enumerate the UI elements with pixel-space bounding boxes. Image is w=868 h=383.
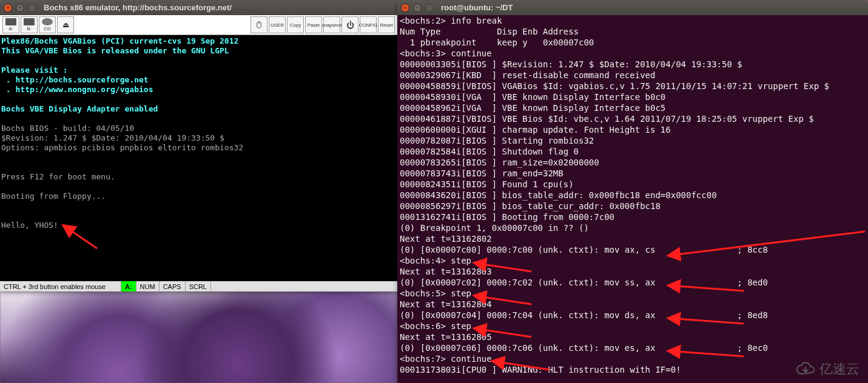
terminal-line: 00000461887i[VBIOS] VBE Bios $Id: vbe.c,… [400, 113, 866, 124]
paste-button[interactable]: Paste [305, 16, 322, 33]
close-icon[interactable]: × [4, 4, 12, 12]
vga-line [1, 114, 396, 124]
watermark-text: 亿速云 [819, 360, 860, 378]
status-drive-a: A: [121, 281, 136, 291]
vga-line: $Revision: 1.247 $ $Date: 2010/04/04 19:… [1, 133, 396, 143]
terminal-line: 00000824351i[BIOS ] Found 1 cpu(s) [400, 179, 866, 190]
drive-a-button[interactable]: A: [2, 16, 19, 33]
terminal-line: 00000783743i[BIOS ] ram_end=32MB [400, 168, 866, 179]
terminal-line: 00000458859i[VBIOS] VGABios $Id: vgabios… [400, 81, 866, 92]
terminal-line: 00000329067i[KBD ] reset-disable command… [400, 70, 866, 81]
drive-buttons: A: B: CD ⏏ [2, 16, 74, 33]
terminal-line: Num Type Disp Enb Address [400, 26, 866, 37]
terminal-line: 00000783265i[BIOS ] ram_size=0x02000000 [400, 157, 866, 168]
terminal-titlebar[interactable]: × − ▢ root@ubuntu: ~/DT [397, 0, 868, 15]
vga-line: Bochs BIOS - build: 04/05/10 [1, 124, 396, 133]
terminal-line: <bochs:4> step [400, 255, 866, 266]
vga-line: This VGA/VBE Bios is released under the … [1, 46, 396, 56]
maximize-icon[interactable]: ▢ [28, 4, 36, 12]
terminal-line: 00000782584i[BIOS ] Shutdown flag 0 [400, 146, 866, 157]
terminal-line: 00000600000i[XGUI ] charmap update. Font… [400, 124, 866, 135]
power-button[interactable]: ⏻ [341, 16, 358, 33]
watermark: 亿速云 [795, 360, 860, 378]
bochs-vga-screen: Plex86/Bochs VGABios (PCI) current-cvs 1… [0, 35, 397, 281]
vga-line [1, 211, 396, 221]
vga-line: Plex86/Bochs VGABios (PCI) current-cvs 1… [1, 36, 396, 46]
terminal-line: <bochs:3> continue [400, 48, 866, 59]
minimize-icon[interactable]: − [16, 4, 24, 12]
background-image [0, 291, 397, 383]
vga-line: . http://www.nongnu.org/vgabios [1, 85, 396, 95]
terminal-line: 00000458962i[VGA ] VBE known Display Int… [400, 102, 866, 113]
vga-line [1, 95, 396, 104]
bochs-status-bar: CTRL + 3rd button enables mouse A: NUM C… [0, 281, 397, 291]
terminal-line: 00000003305i[BIOS ] $Revision: 1.247 $ $… [400, 59, 866, 70]
terminal-line: Next at t=13162804 [400, 299, 866, 310]
vga-line: Bochs VBE Display Adapter enabled [1, 104, 396, 114]
vga-line: . http://bochs.sourceforge.net [1, 75, 396, 85]
status-caps: CAPS [160, 281, 186, 291]
drive-cd-button[interactable]: CD [39, 16, 56, 33]
terminal-line: (0) [0x00007c06] 0000:7c06 (unk. ctxt): … [400, 342, 866, 353]
drive-eject-button[interactable]: ⏏ [57, 16, 74, 33]
copy-button[interactable]: Copy [287, 16, 304, 33]
terminal-window: × − ▢ root@ubuntu: ~/DT <bochs:2> info b… [397, 0, 868, 383]
vga-line [1, 182, 396, 192]
vga-line [1, 153, 396, 162]
bochs-toolbar: A: B: CD ⏏ USER Copy Paste snapshot ⏻ CO… [0, 15, 397, 35]
terminal-line: Next at t=13162803 [400, 266, 866, 277]
status-num: NUM [136, 281, 160, 291]
terminal-line: <bochs:6> step [400, 321, 866, 331]
terminal-line: Next at t=13162802 [400, 233, 866, 244]
user-button[interactable]: USER [269, 16, 286, 33]
terminal-window-title: root@ubuntu: ~/DT [441, 3, 864, 12]
vga-line [1, 201, 396, 211]
terminal-line: 00000843620i[BIOS ] bios_table_addr: 0x0… [400, 190, 866, 201]
terminal-line: 00013162741i[BIOS ] Booting from 0000:7c… [400, 211, 866, 222]
terminal-line: <bochs:2> info break [400, 15, 866, 26]
maximize-icon[interactable]: ▢ [425, 4, 434, 12]
terminal-line: Next at t=13162805 [400, 331, 866, 342]
terminal-line: 00000458930i[VGA ] VBE known Display Int… [400, 92, 866, 102]
vga-line: Options: apmbios pcibios pnpbios eltorit… [1, 143, 396, 153]
mouse-button[interactable] [251, 16, 267, 33]
tool-buttons: USER Copy Paste snapshot ⏻ CONFIG Reset [251, 16, 395, 33]
vga-line: Please visit : [1, 65, 396, 75]
terminal-output[interactable]: <bochs:2> info breakNum Type Disp Enb Ad… [397, 15, 868, 383]
vga-line: Booting from Floppy... [1, 192, 396, 201]
bochs-emulator-window: × − ▢ Bochs x86 emulator, http://bochs.s… [0, 0, 397, 291]
terminal-line: <bochs:5> step [400, 288, 866, 299]
config-button[interactable]: CONFIG [360, 16, 377, 33]
status-scrl: SCRL [186, 281, 211, 291]
terminal-line: (0) [0x00007c00] 0000:7c00 (unk. ctxt): … [400, 244, 866, 255]
vga-line [1, 56, 396, 65]
terminal-line: (0) [0x00007c04] 0000:7c04 (unk. ctxt): … [400, 310, 866, 321]
bochs-window-title: Bochs x86 emulator, http://bochs.sourcef… [44, 3, 394, 12]
cloud-icon [795, 362, 816, 376]
reset-button[interactable]: Reset [378, 16, 395, 33]
terminal-line: (0) [0x00007c02] 0000:7c02 (unk. ctxt): … [400, 277, 866, 288]
vga-line: Press F12 for boot menu. [1, 172, 396, 182]
terminal-line: 00000782087i[BIOS ] Starting rombios32 [400, 135, 866, 146]
vga-line: Hello, YHOS! [1, 221, 396, 230]
snapshot-button[interactable]: snapshot [323, 16, 340, 33]
terminal-line: (0) Breakpoint 1, 0x00007c00 in ?? () [400, 222, 866, 233]
terminal-line: 1 pbreakpoint keep y 0x00007c00 [400, 37, 866, 48]
drive-b-button[interactable]: B: [21, 16, 38, 33]
close-icon[interactable]: × [401, 4, 409, 12]
vga-line [1, 162, 396, 172]
bochs-titlebar[interactable]: × − ▢ Bochs x86 emulator, http://bochs.s… [0, 0, 397, 15]
minimize-icon[interactable]: − [413, 4, 422, 12]
mouse-hint: CTRL + 3rd button enables mouse [0, 281, 121, 291]
terminal-line: 00000856297i[BIOS ] bios_table_cur_addr:… [400, 201, 866, 211]
